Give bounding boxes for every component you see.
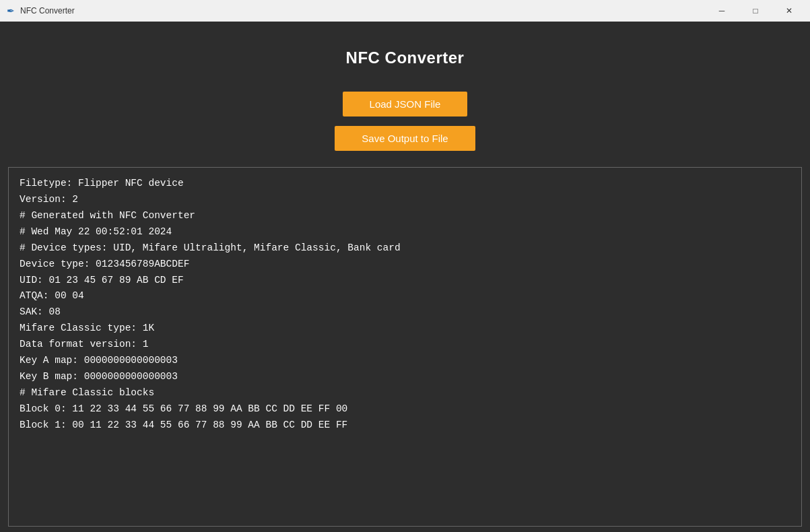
output-line: Block 0: 11 22 33 44 55 66 77 88 99 AA B… — [20, 401, 790, 418]
title-bar-left: ✒ NFC Converter — [5, 5, 75, 16]
output-line: SAK: 08 — [20, 304, 790, 321]
output-line: # Generated with NFC Converter — [20, 208, 790, 224]
output-line: Mifare Classic type: 1K — [20, 321, 790, 337]
app-title: NFC Converter — [346, 48, 465, 67]
output-line: Key B map: 0000000000000003 — [20, 369, 790, 385]
title-bar: ✒ NFC Converter ─ □ ✕ — [0, 0, 810, 22]
output-line: Device type: 0123456789ABCDEF — [20, 257, 790, 273]
output-line: Filetype: Flipper NFC device — [20, 176, 790, 192]
title-bar-title: NFC Converter — [20, 6, 75, 15]
output-line: Block 1: 00 11 22 33 44 55 66 77 88 99 A… — [20, 418, 790, 434]
output-line: # Wed May 22 00:52:01 2024 — [20, 224, 790, 240]
close-button[interactable]: ✕ — [774, 3, 805, 19]
output-line: Version: 2 — [20, 192, 790, 208]
output-line: Key A map: 0000000000000003 — [20, 353, 790, 369]
output-line: # Mifare Classic blocks — [20, 385, 790, 401]
title-bar-controls: ─ □ ✕ — [706, 3, 805, 19]
output-line: Data format version: 1 — [20, 337, 790, 353]
output-line: # Device types: UID, Mifare Ultralight, … — [20, 240, 790, 257]
save-output-button[interactable]: Save Output to File — [335, 126, 475, 151]
output-line: ATQA: 00 04 — [20, 288, 790, 304]
load-json-button[interactable]: Load JSON File — [343, 92, 468, 117]
output-line: UID: 01 23 45 67 89 AB CD EF — [20, 273, 790, 289]
maximize-button[interactable]: □ — [740, 3, 771, 19]
output-area: Filetype: Flipper NFC deviceVersion: 2# … — [8, 167, 802, 527]
app-icon: ✒ — [5, 5, 16, 16]
main-content: NFC Converter Load JSON File Save Output… — [0, 22, 810, 532]
minimize-button[interactable]: ─ — [706, 3, 737, 19]
